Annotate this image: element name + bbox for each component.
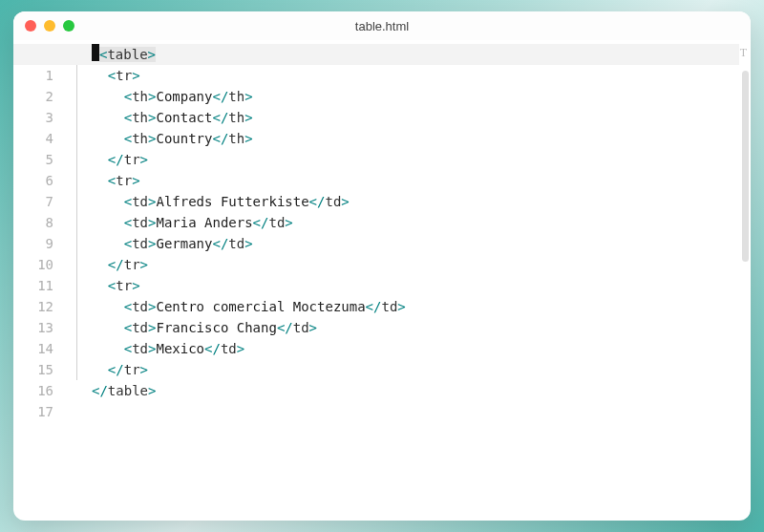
code-line[interactable]: <td>Alfreds Futterkiste</td> (92, 191, 751, 212)
code-line[interactable]: </tr> (92, 359, 751, 380)
code-line[interactable]: </table> (92, 380, 751, 401)
line-number: 1 (13, 65, 61, 86)
code-line[interactable]: <td>Maria Anders</td> (92, 212, 751, 233)
code-line[interactable]: <table> (92, 44, 751, 65)
line-number: 6 (13, 170, 61, 191)
line-number: 4 (13, 128, 61, 149)
titlebar: table.html (13, 11, 751, 40)
line-number: 7 (13, 191, 61, 212)
code-line[interactable]: <th>Company</th> (92, 86, 751, 107)
text-cursor (92, 44, 99, 61)
line-number: 5 (13, 149, 61, 170)
line-number: 16 (13, 380, 61, 401)
code-line[interactable]: <tr> (92, 65, 751, 86)
editor-window: table.html 1 1 2 3 4 5 6 7 8 9 10 11 12 … (13, 11, 751, 521)
code-body[interactable]: <table> <tr> <th>Company</th> <th>Contac… (67, 40, 751, 521)
window-title: table.html (13, 19, 751, 33)
minimize-icon[interactable] (44, 20, 55, 32)
line-number: 13 (13, 317, 61, 338)
line-number: 14 (13, 338, 61, 359)
code-line[interactable]: </tr> (92, 149, 751, 170)
line-number: 10 (13, 254, 61, 275)
line-number: 3 (13, 107, 61, 128)
code-line[interactable]: <td>Mexico</td> (92, 338, 751, 359)
code-line[interactable]: <th>Contact</th> (92, 107, 751, 128)
code-line[interactable]: <td>Francisco Chang</td> (92, 317, 751, 338)
code-line[interactable]: <tr> (92, 275, 751, 296)
code-line[interactable]: <td>Germany</td> (92, 233, 751, 254)
line-number: 12 (13, 296, 61, 317)
line-number: 2 (13, 86, 61, 107)
line-number: 8 (13, 212, 61, 233)
editor-area[interactable]: 1 1 2 3 4 5 6 7 8 9 10 11 12 13 14 15 16… (13, 40, 751, 521)
line-number-gutter: 1 1 2 3 4 5 6 7 8 9 10 11 12 13 14 15 16… (13, 40, 67, 521)
zoom-icon[interactable] (63, 20, 74, 32)
code-line[interactable]: </tr> (92, 254, 751, 275)
line-number: 11 (13, 275, 61, 296)
line-number: 17 (13, 401, 61, 422)
code-line[interactable] (92, 401, 751, 422)
line-number: 15 (13, 359, 61, 380)
line-number: 9 (13, 233, 61, 254)
code-line[interactable]: <tr> (92, 170, 751, 191)
window-controls (25, 20, 74, 32)
code-line[interactable]: <td>Centro comercial Moctezuma</td> (92, 296, 751, 317)
code-line[interactable]: <th>Country</th> (92, 128, 751, 149)
close-icon[interactable] (25, 20, 36, 32)
